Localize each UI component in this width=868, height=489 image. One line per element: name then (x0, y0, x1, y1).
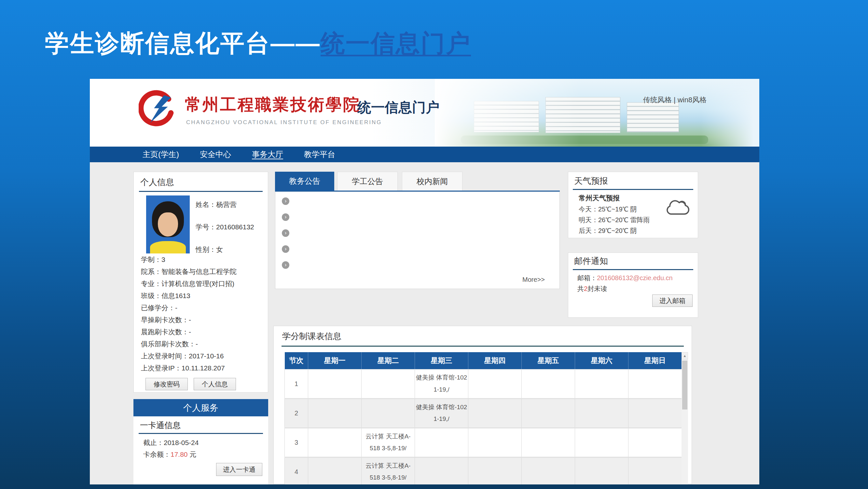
course-cell (362, 398, 415, 428)
course-cell (362, 369, 415, 398)
course-cell (308, 428, 362, 457)
unread-suffix: 封未读 (587, 285, 607, 292)
nav-item[interactable]: 主页(学生) (143, 149, 179, 160)
photo-field: 姓名：杨营营 (195, 200, 254, 209)
period-cell: 2 (285, 398, 308, 428)
timetable-col-header: 星期三 (415, 352, 468, 369)
timetable-col-header: 星期一 (308, 352, 362, 369)
slide-title-portal-link[interactable]: 统一信息门户 (320, 30, 471, 57)
mail-panel: 邮件通知 邮箱：2016086132@czie.edu.cn 共2封未读 进入邮… (568, 253, 698, 318)
course-cell: 健美操 体育馆-102 1-19,/ (415, 398, 468, 428)
course-cell (522, 428, 575, 457)
change-password-button[interactable]: 修改密码 (146, 378, 188, 390)
timetable-col-header: 星期五 (522, 352, 575, 369)
enter-onecard-button[interactable]: 进入一卡通 (216, 463, 262, 476)
chevron-right-icon: › (282, 229, 289, 237)
photo-field: 性别：女 (195, 245, 254, 254)
weather-city-header: 常州天气预报 (579, 194, 620, 203)
portal-page: 传统风格 | win8风格 常州工程職業技術學院 CHANGZHOU VOCAT… (90, 79, 759, 484)
balance-label: 卡余额： (143, 451, 170, 458)
title-rule (139, 191, 262, 192)
photo-field: 学号：2016086132 (195, 223, 254, 232)
title-rule (281, 346, 684, 347)
course-cell (575, 369, 628, 398)
personal-field: 学制：3 (141, 254, 237, 265)
onecard-title: 一卡通信息 (140, 420, 181, 431)
timetable-table: 节次星期一星期二星期三星期四星期五星期六星期日1健美操 体育馆-102 1-19… (284, 352, 682, 484)
slide-background: 学生诊断信息化平台——统一信息门户 传统风格 | win8风格 常州工程職業技術… (0, 0, 868, 489)
timetable-col-header: 节次 (285, 352, 308, 369)
title-rule (138, 433, 263, 434)
timetable-panel: 学分制课表信息 节次星期一星期二星期三星期四星期五星期六星期日1健美操 体育馆-… (273, 326, 692, 484)
course-cell (468, 457, 522, 484)
enter-mailbox-button[interactable]: 进入邮箱 (652, 294, 692, 307)
course-cell (308, 398, 362, 428)
unread-line: 共2封未读 (577, 284, 607, 293)
nav-item[interactable]: 事务大厅 (252, 149, 283, 160)
personal-field: 院系：智能装备与信息工程学院 (141, 265, 237, 278)
tab-教务公告[interactable]: 教务公告 (275, 172, 334, 191)
course-cell (522, 398, 575, 428)
site-header: 传统风格 | win8风格 常州工程職業技術學院 CHANGZHOU VOCAT… (90, 79, 759, 147)
announcement-row[interactable]: › (282, 244, 542, 254)
personal-service-panel: 个人服务 一卡通信息 截止：2018-05-24 卡余额：17.80 元 进入一… (133, 399, 268, 484)
chevron-right-icon: › (282, 261, 289, 269)
timetable-row: 2健美操 体育馆-102 1-19,/ (285, 398, 682, 428)
nav-item[interactable]: 安全中心 (200, 149, 231, 160)
course-cell (522, 457, 575, 484)
personal-info-panel: 个人信息 姓名：杨营营学号：2016086132性别：女 学制：3院系：智能装备… (133, 172, 268, 393)
personal-field: 上次登录时间：2017-10-16 (141, 350, 237, 362)
personal-info-title: 个人信息 (140, 177, 174, 188)
tab-学工公告[interactable]: 学工公告 (337, 172, 398, 191)
timetable-row: 1健美操 体育馆-102 1-19,/ (285, 369, 682, 398)
course-cell (628, 369, 682, 398)
weather-title: 天气预报 (574, 175, 608, 187)
timetable-row: 4云计算 天工楼A- 518 3-5,8-19/ (285, 457, 682, 484)
personal-fields: 学制：3院系：智能装备与信息工程学院专业：计算机信息管理(对口招)班级：信息16… (141, 254, 237, 374)
course-cell (628, 428, 682, 457)
announcement-row[interactable]: › (282, 228, 542, 238)
timetable-col-header: 星期二 (362, 352, 415, 369)
title-rule (573, 189, 693, 190)
tab-校内新闻[interactable]: 校内新闻 (402, 172, 463, 191)
weather-line: 今天：25℃~19℃ 阴 (579, 204, 650, 215)
chevron-right-icon: › (282, 213, 289, 221)
main-nav: 主页(学生)安全中心事务大厅教学平台 (90, 147, 759, 162)
onecard-balance: 卡余额：17.80 元 (143, 450, 196, 459)
portal-name: 统一信息门户 (358, 98, 439, 117)
announcement-row[interactable]: › (282, 260, 542, 270)
announcement-list-panel: ››››› More>> (275, 192, 560, 289)
personal-field: 专业：计算机信息管理(对口招) (141, 278, 237, 290)
course-cell: 健美操 体育馆-102 1-19,/ (415, 369, 468, 398)
mailbox-address-link[interactable]: 2016086132@czie.edu.cn (597, 274, 673, 282)
slide-title-main: 学生诊断信息化平台—— (45, 30, 320, 57)
timetable-title: 学分制课表信息 (282, 331, 341, 342)
school-name-cn: 常州工程職業技術學院 (185, 94, 361, 116)
nav-item[interactable]: 教学平台 (304, 149, 335, 160)
personal-service-header: 个人服务 (133, 399, 268, 416)
announcement-row[interactable]: › (282, 196, 542, 206)
more-link[interactable]: More>> (522, 276, 545, 283)
unread-count: 2 (584, 285, 587, 292)
course-cell (575, 428, 628, 457)
period-cell: 4 (285, 457, 308, 484)
scrollbar-thumb[interactable] (682, 361, 687, 409)
personal-field: 俱乐部刷卡次数：- (141, 338, 237, 350)
mail-title: 邮件通知 (574, 255, 608, 267)
mailbox-label: 邮箱： (577, 274, 597, 282)
chevron-right-icon: › (282, 197, 289, 205)
course-cell (415, 457, 468, 484)
balance-value: 17.80 (170, 451, 188, 458)
timetable-row: 3云计算 天工楼A- 518 3-5,8-19/ (285, 428, 682, 457)
weather-forecast-lines: 今天：25℃~19℃ 阴明天：26℃~20℃ 雷阵雨后天：29℃~20℃ 阴 (579, 204, 650, 236)
scrollbar-up-arrow-icon[interactable]: ▲ (682, 352, 688, 359)
deadline-value: 2018-05-24 (164, 439, 198, 446)
timetable-col-header: 星期四 (468, 352, 522, 369)
announcement-row[interactable]: › (282, 212, 542, 222)
slide-title: 学生诊断信息化平台——统一信息门户 (45, 27, 471, 60)
personal-field: 晨跑刷卡次数：- (141, 326, 237, 338)
course-cell (628, 398, 682, 428)
style-switch-links[interactable]: 传统风格 | win8风格 (643, 95, 707, 105)
timetable-scrollbar[interactable]: ▲ (682, 352, 688, 484)
personal-info-button[interactable]: 个人信息 (194, 378, 236, 390)
